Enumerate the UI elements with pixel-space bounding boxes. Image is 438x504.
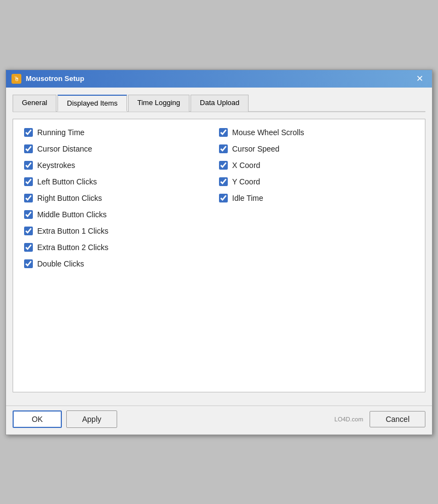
right-column: Mouse Wheel Scrolls Cursor Speed X Coord… <box>219 128 414 268</box>
panel-displayed-items: Running Time Cursor Distance Keystrokes … <box>13 119 425 392</box>
left-column: Running Time Cursor Distance Keystrokes … <box>24 128 219 268</box>
ok-button[interactable]: OK <box>13 410 62 428</box>
footer-left-buttons: OK Apply <box>13 410 117 428</box>
footer: OK Apply LO4D.com Cancel <box>6 405 432 435</box>
checkbox-item-mouse-wheel-scrolls[interactable]: Mouse Wheel Scrolls <box>219 128 414 137</box>
apply-button[interactable]: Apply <box>66 410 117 428</box>
checkbox-item-cursor-distance[interactable]: Cursor Distance <box>24 144 219 153</box>
tab-time-logging[interactable]: Time Logging <box>128 95 189 112</box>
checkbox-label-x-coord: X Coord <box>232 161 260 170</box>
checkbox-label-left-button-clicks: Left Button Clicks <box>37 177 97 186</box>
checkbox-item-running-time[interactable]: Running Time <box>24 128 219 137</box>
checkbox-item-extra-button-1-clicks[interactable]: Extra Button 1 Clicks <box>24 227 219 235</box>
checkbox-mouse-wheel-scrolls[interactable] <box>219 128 228 137</box>
window-title: Mousotron Setup <box>26 74 84 83</box>
checkbox-item-y-coord[interactable]: Y Coord <box>219 177 414 186</box>
checkbox-item-keystrokes[interactable]: Keystrokes <box>24 161 219 170</box>
checkbox-extra-button-2-clicks[interactable] <box>24 243 33 252</box>
checkbox-left-button-clicks[interactable] <box>24 177 33 186</box>
checkbox-running-time[interactable] <box>24 128 33 137</box>
checkbox-item-right-button-clicks[interactable]: Right Button Clicks <box>24 194 219 202</box>
watermark-text: LO4D.com <box>335 416 366 422</box>
checkbox-label-cursor-speed: Cursor Speed <box>232 144 279 153</box>
tab-data-upload[interactable]: Data Upload <box>191 95 249 112</box>
checkbox-label-mouse-wheel-scrolls: Mouse Wheel Scrolls <box>232 128 304 137</box>
checkbox-extra-button-1-clicks[interactable] <box>24 227 33 235</box>
checkbox-keystrokes[interactable] <box>24 161 33 170</box>
checkbox-label-middle-button-clicks: Middle Button Clicks <box>37 210 107 219</box>
close-button[interactable]: ✕ <box>412 73 427 85</box>
checkbox-x-coord[interactable] <box>219 161 228 170</box>
cancel-button[interactable]: Cancel <box>370 411 425 427</box>
checkbox-cursor-distance[interactable] <box>24 144 33 153</box>
checkbox-item-middle-button-clicks[interactable]: Middle Button Clicks <box>24 210 219 219</box>
tab-general[interactable]: General <box>13 95 56 112</box>
window-content: General Displayed Items Time Logging Dat… <box>6 88 432 405</box>
title-bar: 🖱 Mousotron Setup ✕ <box>6 70 432 88</box>
title-bar-left: 🖱 Mousotron Setup <box>11 74 84 84</box>
checkbox-item-double-clicks[interactable]: Double Clicks <box>24 259 219 268</box>
checkbox-item-idle-time[interactable]: Idle Time <box>219 194 414 202</box>
checkbox-item-cursor-speed[interactable]: Cursor Speed <box>219 144 414 153</box>
checkbox-double-clicks[interactable] <box>24 259 33 268</box>
checkbox-y-coord[interactable] <box>219 177 228 186</box>
checkbox-label-keystrokes: Keystrokes <box>37 161 75 170</box>
checkbox-label-extra-button-1-clicks: Extra Button 1 Clicks <box>37 227 108 235</box>
checkbox-cursor-speed[interactable] <box>219 144 228 153</box>
checkboxes-grid: Running Time Cursor Distance Keystrokes … <box>24 128 414 268</box>
app-icon: 🖱 <box>11 74 21 84</box>
checkbox-item-x-coord[interactable]: X Coord <box>219 161 414 170</box>
checkbox-label-y-coord: Y Coord <box>232 177 260 186</box>
checkbox-label-cursor-distance: Cursor Distance <box>37 144 92 153</box>
checkbox-label-extra-button-2-clicks: Extra Button 2 Clicks <box>37 243 108 252</box>
tab-displayed-items[interactable]: Displayed Items <box>57 95 126 112</box>
checkbox-label-idle-time: Idle Time <box>232 194 263 202</box>
checkbox-label-running-time: Running Time <box>37 128 84 137</box>
checkbox-item-left-button-clicks[interactable]: Left Button Clicks <box>24 177 219 186</box>
checkbox-right-button-clicks[interactable] <box>24 194 33 202</box>
checkbox-middle-button-clicks[interactable] <box>24 210 33 219</box>
main-window: 🖱 Mousotron Setup ✕ General Displayed It… <box>5 69 433 435</box>
footer-right: LO4D.com Cancel <box>335 411 425 427</box>
checkbox-label-double-clicks: Double Clicks <box>37 259 84 268</box>
tab-bar: General Displayed Items Time Logging Dat… <box>13 94 425 112</box>
checkbox-idle-time[interactable] <box>219 194 228 202</box>
checkbox-item-extra-button-2-clicks[interactable]: Extra Button 2 Clicks <box>24 243 219 252</box>
checkbox-label-right-button-clicks: Right Button Clicks <box>37 194 102 202</box>
